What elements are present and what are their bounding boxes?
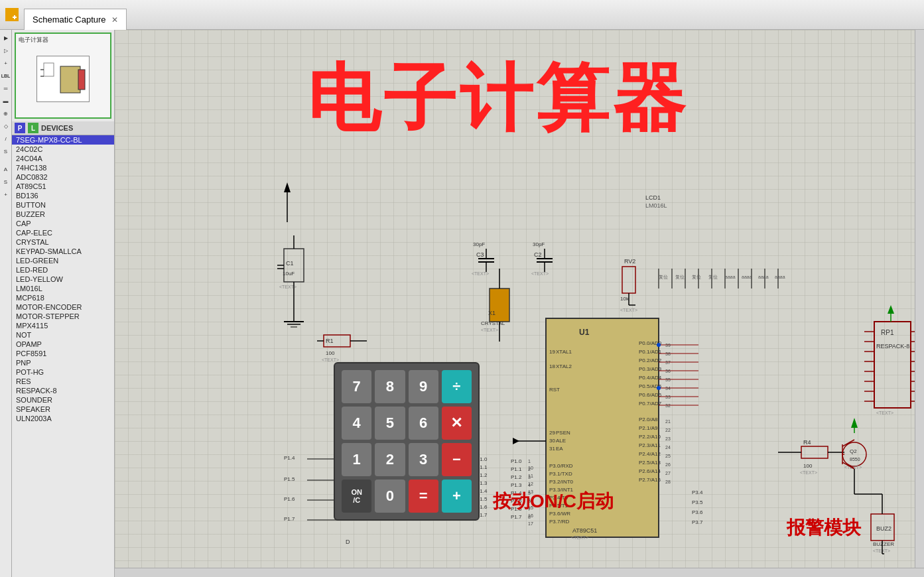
device-item-led-red[interactable]: LED-RED	[12, 265, 114, 275]
calc-btn-3[interactable]: 3	[409, 443, 438, 476]
device-item-buzzer[interactable]: BUZZER	[12, 210, 114, 219]
terminal-tool[interactable]: A	[1, 164, 11, 174]
p-button[interactable]: P	[15, 123, 25, 133]
device-item-mpx4115[interactable]: MPX4115	[12, 321, 114, 330]
device-item-at89c51[interactable]: AT89C51	[12, 182, 114, 191]
close-tab-button[interactable]: ✕	[111, 15, 118, 25]
main-layout: ▶ ▷ + LBL ═ ▬ ⊕ ◇ / S A S + 电子计算器	[0, 30, 924, 577]
device-item-not[interactable]: NOT	[12, 330, 114, 340]
device-item-pnp[interactable]: PNP	[12, 358, 114, 367]
select-tool[interactable]: ▶	[1, 32, 11, 43]
calc-btn-on-c[interactable]: ON/C	[342, 480, 371, 513]
calc-btn-1[interactable]: 1	[342, 443, 371, 476]
canvas-area[interactable]: 电子计算器 C1 10uF <TEXT> R1 100 <TEXT>	[115, 30, 924, 577]
calc-buttons-grid: 7 8 9 ÷ 4 5 6 ✕ 1 2 3 − ON/C 0 = +	[342, 370, 472, 513]
device-item-res[interactable]: RES	[12, 377, 114, 386]
alarm-text: 报警模块	[787, 515, 861, 541]
tab-label: Schematic Capture	[33, 15, 106, 25]
calc-btn-equals[interactable]: =	[409, 480, 438, 513]
devices-label: DEVICES	[41, 124, 73, 132]
graph-tool[interactable]: S	[1, 176, 11, 187]
app-icon	[5, 8, 19, 21]
device-item-7seg[interactable]: 7SEG-MPX8-CC-BL	[12, 135, 114, 145]
calc-btn-7[interactable]: 7	[342, 370, 371, 403]
power-tool[interactable]: ⊕	[1, 108, 11, 119]
preview-thumbnail	[36, 56, 90, 102]
lcd-component-type: LM016L	[645, 202, 667, 209]
vertical-scrollbar[interactable]	[915, 30, 924, 568]
sub-tool[interactable]: ▬	[1, 96, 11, 106]
schematic-preview: 电子计算器	[15, 32, 111, 119]
devices-list: 7SEG-MPX8-CC-BL 24C02C 24C04A 74HC138 AD…	[12, 135, 114, 577]
title-bar: Schematic Capture ✕	[0, 0, 924, 30]
wire-tool[interactable]: +	[1, 58, 11, 68]
device-item-cap-elec[interactable]: CAP-ELEC	[12, 228, 114, 237]
calc-btn-divide[interactable]: ÷	[442, 370, 472, 403]
schematic-tab[interactable]: Schematic Capture ✕	[24, 9, 127, 30]
device-item-respack8[interactable]: RESPACK-8	[12, 386, 114, 395]
horizontal-scrollbar[interactable]	[115, 568, 924, 577]
svg-rect-10	[78, 70, 85, 90]
bus-tool[interactable]: ═	[1, 83, 11, 94]
calc-btn-6[interactable]: 6	[409, 407, 438, 440]
schematic-title: 电子计算器	[307, 50, 689, 149]
device-item-bd136[interactable]: BD136	[12, 191, 114, 200]
svg-rect-2	[7, 15, 11, 19]
l-button[interactable]: L	[28, 123, 38, 133]
device-item-cap[interactable]: CAP	[12, 219, 114, 228]
device-item-led-yellow[interactable]: LED-YELLOW	[12, 275, 114, 284]
device-item-adc0832[interactable]: ADC0832	[12, 172, 114, 182]
device-item-mcp618[interactable]: MCP618	[12, 293, 114, 302]
calc-btn-9[interactable]: 9	[409, 370, 438, 403]
device-item-24c02c[interactable]: 24C02C	[12, 145, 114, 154]
sidebar: 电子计算器 P L DEVICES 7SEG-MPX8-CC-BL 24C02C…	[12, 30, 115, 577]
left-toolbar: ▶ ▷ + LBL ═ ▬ ⊕ ◇ / S A S +	[0, 30, 12, 577]
device-item-motor-step[interactable]: MOTOR-STEPPER	[12, 312, 114, 321]
probe-tool[interactable]: ◇	[1, 121, 11, 131]
device-item-uln2003a[interactable]: ULN2003A	[12, 414, 114, 423]
device-item-sounder[interactable]: SOUNDER	[12, 395, 114, 405]
calculator-keypad: 7 8 9 ÷ 4 5 6 ✕ 1 2 3 − ON/C 0 = +	[334, 362, 480, 521]
device-item-pcf8591[interactable]: PCF8591	[12, 349, 114, 358]
label-tool[interactable]: LBL	[1, 70, 11, 81]
svg-rect-0	[7, 10, 11, 14]
lcd-component-area: LCD1 LM016L 89/6 14.8333	[645, 194, 667, 210]
preview-title: 电子计算器	[19, 36, 48, 44]
device-item-speaker[interactable]: SPEAKER	[12, 405, 114, 414]
inst-tool[interactable]: +	[1, 189, 11, 200]
lcd-component-id: LCD1	[645, 194, 667, 201]
device-item-button[interactable]: BUTTON	[12, 200, 114, 210]
svg-rect-7	[60, 66, 80, 93]
devices-header: P L DEVICES	[12, 121, 114, 135]
calc-btn-2[interactable]: 2	[375, 443, 405, 476]
device-item-keypad[interactable]: KEYPAD-SMALLCA	[12, 247, 114, 256]
device-item-opamp[interactable]: OPAMP	[12, 340, 114, 349]
device-item-24c04a[interactable]: 24C04A	[12, 154, 114, 163]
device-item-74hc138[interactable]: 74HC138	[12, 163, 114, 172]
calc-btn-multiply[interactable]: ✕	[442, 407, 472, 440]
calc-btn-0[interactable]: 0	[375, 480, 405, 513]
device-item-lm016l[interactable]: LM016L	[12, 284, 114, 293]
device-item-led-green[interactable]: LED-GREEN	[12, 256, 114, 265]
component-tool[interactable]: ▷	[1, 45, 11, 56]
svg-rect-1	[13, 10, 17, 14]
calc-btn-plus[interactable]: +	[442, 480, 472, 513]
device-item-motor-enc[interactable]: MOTOR-ENCODER	[12, 302, 114, 312]
calc-btn-minus[interactable]: −	[442, 443, 472, 476]
device-item-crystal[interactable]: CRYSTAL	[12, 237, 114, 247]
calc-btn-5[interactable]: 5	[375, 407, 405, 440]
script-tool[interactable]: S	[1, 146, 11, 157]
calc-btn-8[interactable]: 8	[375, 370, 405, 403]
device-item-pot-hg[interactable]: POT-HG	[12, 367, 114, 377]
tape-tool[interactable]: /	[1, 133, 11, 144]
boot-text: 按动ON/C启动	[493, 489, 614, 514]
calc-btn-4[interactable]: 4	[342, 407, 371, 440]
